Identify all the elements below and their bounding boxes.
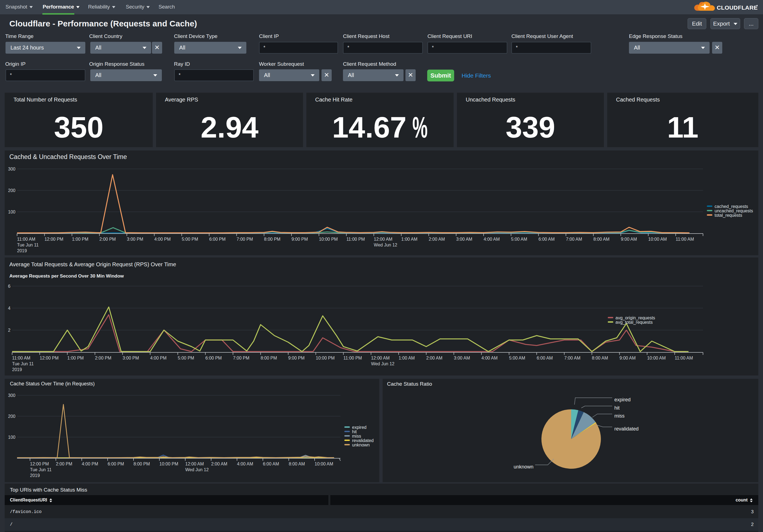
svg-text:3:00 PM: 3:00 PM — [123, 356, 139, 360]
svg-text:6:00 PM: 6:00 PM — [108, 462, 124, 466]
svg-text:12:00 PM: 12:00 PM — [45, 237, 63, 241]
svg-text:6:00 AM: 6:00 AM — [263, 462, 279, 466]
svg-text:Tue Jun 11: Tue Jun 11 — [17, 243, 39, 247]
svg-text:CLOUDFLARE: CLOUDFLARE — [717, 4, 758, 11]
svg-text:2019: 2019 — [12, 367, 22, 372]
svg-text:200: 200 — [8, 188, 15, 193]
svg-text:1:00 AM: 1:00 AM — [398, 356, 415, 360]
svg-text:2:00 PM: 2:00 PM — [95, 356, 111, 360]
svg-text:1:00 AM: 1:00 AM — [401, 237, 418, 241]
svg-text:4:00 PM: 4:00 PM — [150, 356, 167, 360]
svg-text:Wed Jun 12: Wed Jun 12 — [185, 467, 209, 472]
svg-text:7:00 PM: 7:00 PM — [233, 356, 249, 360]
svg-text:miss: miss — [352, 434, 361, 438]
svg-text:3:00 PM: 3:00 PM — [127, 237, 144, 241]
svg-text:12:00 AM: 12:00 AM — [185, 462, 204, 466]
svg-text:8:00 AM: 8:00 AM — [594, 237, 610, 241]
svg-text:12:00 AM: 12:00 AM — [374, 237, 392, 241]
svg-text:100: 100 — [8, 435, 15, 440]
svg-text:4: 4 — [8, 306, 10, 310]
svg-text:6: 6 — [8, 284, 10, 289]
svg-text:12:00 AM: 12:00 AM — [371, 356, 390, 360]
svg-text:hit: hit — [352, 429, 357, 434]
svg-text:4:00 PM: 4:00 PM — [82, 462, 98, 466]
svg-text:4:00 AM: 4:00 AM — [484, 237, 500, 241]
svg-text:2:00 PM: 2:00 PM — [99, 237, 116, 241]
svg-text:3:00 AM: 3:00 AM — [456, 237, 472, 241]
svg-text:10:00 PM: 10:00 PM — [319, 237, 338, 241]
svg-text:11:00 PM: 11:00 PM — [344, 356, 362, 360]
svg-text:expired: expired — [614, 397, 631, 402]
svg-text:avg_total_requests: avg_total_requests — [615, 320, 653, 325]
svg-text:9:00 AM: 9:00 AM — [621, 237, 637, 241]
svg-text:300: 300 — [8, 167, 15, 171]
svg-text:10:00 AM: 10:00 AM — [647, 356, 666, 360]
svg-text:hit: hit — [614, 405, 619, 411]
svg-text:unknown: unknown — [352, 443, 370, 447]
svg-text:12:00 PM: 12:00 PM — [30, 462, 49, 466]
svg-text:10:00 AM: 10:00 AM — [648, 237, 667, 241]
svg-text:300: 300 — [8, 393, 15, 398]
svg-text:Wed Jun 12: Wed Jun 12 — [371, 361, 394, 366]
svg-text:2019: 2019 — [30, 473, 40, 478]
svg-text:Tue Jun 11: Tue Jun 11 — [30, 467, 52, 472]
svg-text:8:00 PM: 8:00 PM — [134, 462, 150, 466]
svg-text:11:00 AM: 11:00 AM — [676, 237, 694, 241]
svg-text:4:00 AM: 4:00 AM — [482, 356, 498, 360]
svg-text:9:00 PM: 9:00 PM — [288, 356, 305, 360]
svg-text:10:00 PM: 10:00 PM — [316, 356, 334, 360]
svg-text:Tue Jun 11: Tue Jun 11 — [12, 361, 34, 366]
svg-text:1:00 PM: 1:00 PM — [67, 356, 84, 360]
svg-text:unknown: unknown — [514, 464, 533, 470]
svg-text:8:00 AM: 8:00 AM — [289, 462, 305, 466]
svg-text:9:00 AM: 9:00 AM — [619, 356, 636, 360]
svg-text:8:00 PM: 8:00 PM — [264, 237, 280, 241]
svg-text:total_requests: total_requests — [714, 213, 742, 218]
svg-text:6:00 PM: 6:00 PM — [209, 237, 226, 241]
svg-text:2:00 AM: 2:00 AM — [426, 356, 443, 360]
svg-text:revalidated: revalidated — [614, 426, 639, 432]
svg-text:5:00 PM: 5:00 PM — [178, 356, 194, 360]
svg-text:8:00 PM: 8:00 PM — [261, 356, 277, 360]
svg-text:7:00 PM: 7:00 PM — [237, 237, 253, 241]
svg-text:5:00 AM: 5:00 AM — [511, 237, 527, 241]
svg-text:9:00 PM: 9:00 PM — [291, 237, 308, 241]
svg-text:7:00 AM: 7:00 AM — [566, 237, 582, 241]
svg-text:2: 2 — [8, 328, 10, 332]
svg-text:4:00 AM: 4:00 AM — [237, 462, 253, 466]
svg-text:8:00 AM: 8:00 AM — [592, 356, 608, 360]
svg-text:expired: expired — [352, 425, 366, 430]
svg-text:6:00 AM: 6:00 AM — [538, 237, 555, 241]
svg-text:Wed Jun 12: Wed Jun 12 — [374, 243, 397, 247]
svg-text:11:00 AM: 11:00 AM — [12, 356, 30, 360]
svg-text:6:00 PM: 6:00 PM — [205, 356, 222, 360]
svg-text:2019: 2019 — [17, 248, 27, 253]
svg-text:miss: miss — [614, 413, 624, 419]
svg-text:6:00 AM: 6:00 AM — [537, 356, 553, 360]
svg-text:2:00 AM: 2:00 AM — [429, 237, 445, 241]
svg-text:12:00 PM: 12:00 PM — [40, 356, 58, 360]
svg-text:revalidated: revalidated — [352, 438, 374, 443]
svg-text:7:00 AM: 7:00 AM — [564, 356, 581, 360]
svg-text:5:00 PM: 5:00 PM — [182, 237, 198, 241]
svg-text:4:00 PM: 4:00 PM — [155, 237, 171, 241]
svg-text:10:00 AM: 10:00 AM — [315, 462, 333, 466]
svg-text:11:00 AM: 11:00 AM — [675, 356, 693, 360]
svg-text:10:00 PM: 10:00 PM — [160, 462, 178, 466]
svg-text:1:00 PM: 1:00 PM — [72, 237, 88, 241]
svg-text:5:00 AM: 5:00 AM — [509, 356, 525, 360]
svg-text:2:00 PM: 2:00 PM — [56, 462, 72, 466]
svg-text:2:00 AM: 2:00 AM — [211, 462, 227, 466]
svg-text:3:00 AM: 3:00 AM — [454, 356, 470, 360]
svg-text:100: 100 — [8, 210, 15, 214]
svg-text:11:00 PM: 11:00 PM — [346, 237, 365, 241]
svg-text:11:00 AM: 11:00 AM — [17, 237, 35, 241]
svg-text:200: 200 — [8, 414, 15, 419]
